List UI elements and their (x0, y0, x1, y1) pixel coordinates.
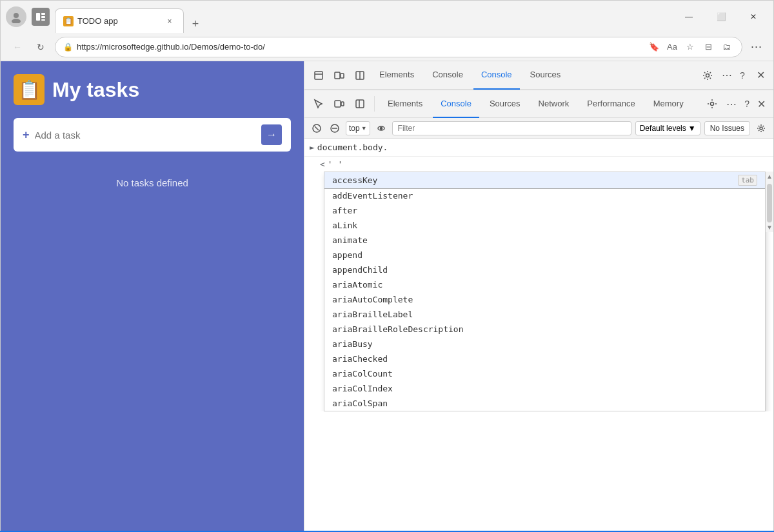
tab-elements[interactable]: Elements (372, 61, 422, 90)
console-input-text[interactable]: document.body. (317, 143, 768, 152)
autocomplete-item-label: ariaColCount (332, 369, 393, 379)
add-task-bar: + → (14, 118, 291, 152)
autocomplete-item[interactable]: ariaBrailleLabel (324, 307, 765, 322)
autocomplete-item[interactable]: aLink (324, 218, 765, 233)
add-task-input[interactable] (35, 130, 256, 141)
devtools-tab-sources[interactable]: Sources (482, 90, 528, 118)
refresh-button[interactable]: ↻ (32, 38, 50, 56)
tab-close-button[interactable]: × (164, 15, 175, 27)
no-issues-badge: No Issues (704, 121, 750, 135)
autocomplete-item-label: ariaBrailleRoleDescription (332, 324, 464, 334)
autocomplete-item[interactable]: after (324, 203, 765, 218)
autocomplete-item[interactable]: ariaColIndex (324, 381, 765, 396)
back-button[interactable]: ← (8, 38, 26, 56)
devtools-more-icon[interactable]: ⋯ (724, 98, 739, 110)
svg-rect-6 (315, 72, 322, 79)
bookmark-icon[interactable]: 🔖 (646, 39, 662, 55)
svg-rect-5 (41, 19, 45, 21)
new-tab-button[interactable]: + (186, 15, 204, 33)
inspect-element-icon[interactable] (310, 95, 328, 113)
split-view-icon[interactable]: ⊟ (700, 39, 716, 55)
devtools-tab-memory[interactable]: Memory (646, 90, 691, 118)
devtools-help-button[interactable]: ? (735, 68, 750, 83)
tabs-area: 📋 TODO app × + (55, 1, 669, 33)
devtools-help-icon[interactable]: ? (742, 99, 752, 109)
log-levels-label: Default levels (640, 124, 686, 133)
autocomplete-item[interactable]: accessKeytab (324, 172, 765, 188)
autocomplete-item[interactable]: appendChild (324, 262, 765, 277)
console-filter-input[interactable] (392, 121, 631, 135)
add-task-plus-icon: + (23, 128, 30, 142)
scrollbar-thumb[interactable] (767, 184, 772, 222)
autocomplete-item[interactable]: ariaColCount (324, 366, 765, 381)
tab-console[interactable]: Console (424, 61, 471, 90)
log-levels-dropdown[interactable]: Default levels ▼ (635, 121, 700, 135)
autocomplete-item-label: ariaColSpan (332, 399, 388, 408)
console-eye-icon[interactable] (374, 121, 388, 135)
svg-point-24 (760, 127, 762, 130)
autocomplete-item[interactable]: ariaChecked (324, 351, 765, 366)
autocomplete-item-label: ariaBrailleLabel (332, 310, 413, 319)
device-emulation-icon[interactable] (330, 95, 348, 113)
minimize-button[interactable]: — (674, 6, 704, 27)
collections-icon[interactable]: 🗂 (719, 39, 734, 55)
devtools-tab-performance[interactable]: Performance (579, 90, 642, 118)
scroll-down-arrow[interactable]: ▼ (766, 222, 773, 232)
svg-line-19 (315, 126, 319, 130)
console-filter-button[interactable] (328, 121, 342, 135)
address-text: https://microsoftedge.github.io/Demos/de… (77, 42, 642, 52)
autocomplete-item[interactable]: ariaColSpan (324, 396, 765, 411)
sidebar-icon[interactable] (32, 8, 50, 26)
autocomplete-item-label: ariaBusy (332, 339, 373, 349)
devtools-close-button[interactable]: ✕ (753, 68, 768, 83)
devtools-elements-sidebar-icon[interactable] (351, 66, 369, 84)
close-button[interactable]: ✕ (739, 6, 768, 27)
maximize-button[interactable]: ⬜ (706, 6, 736, 27)
autocomplete-item[interactable]: addEventListener (324, 188, 765, 203)
context-selector[interactable]: top ▼ (346, 121, 370, 135)
scroll-up-arrow[interactable]: ▲ (766, 172, 773, 181)
devtools-tab-network[interactable]: Network (531, 90, 577, 118)
autocomplete-item[interactable]: ariaBrailleRoleDescription (324, 322, 765, 337)
svg-point-1 (12, 19, 21, 23)
autocomplete-item[interactable]: ariaBusy (324, 337, 765, 351)
console-settings-icon[interactable] (754, 121, 768, 135)
devtools-toolbar-main: Elements Console Sources Network Perform… (304, 90, 773, 118)
svg-point-0 (14, 13, 19, 18)
devtools-toolbar: Elements Console Console Sources ⋯ ? ✕ (304, 61, 773, 90)
add-task-submit-button[interactable]: → (261, 124, 282, 145)
console-input-row: ► document.body. (304, 139, 773, 157)
devtools-close-icon[interactable]: ✕ (755, 98, 768, 110)
reader-icon[interactable]: Aa (664, 39, 680, 55)
main-content: 📋 My tasks + → No tasks defined (1, 61, 773, 531)
star-icon[interactable]: ☆ (682, 39, 698, 55)
toggle-sidebar-icon[interactable] (351, 95, 369, 113)
address-field[interactable]: 🔒 https://microsoftedge.github.io/Demos/… (55, 37, 742, 57)
autocomplete-item[interactable]: append (324, 248, 765, 262)
devtools-settings[interactable] (703, 95, 721, 113)
autocomplete-item-label: animate (332, 235, 368, 245)
devtools-tab-elements[interactable]: Elements (380, 90, 430, 118)
tab-sources[interactable]: Sources (522, 61, 569, 90)
todo-app: 📋 My tasks + → No tasks defined (1, 61, 304, 531)
active-tab[interactable]: 📋 TODO app × (55, 8, 184, 33)
devtools-settings-gear[interactable] (699, 66, 717, 84)
tab-console-label: Console (432, 70, 463, 79)
devtools-inspect-icon[interactable] (310, 66, 328, 84)
svg-rect-8 (335, 72, 340, 79)
scrollbar-track[interactable]: ▲ ▼ (766, 172, 773, 232)
address-icons: 🔖 Aa ☆ ⊟ 🗂 (646, 39, 734, 55)
more-tools-button[interactable]: ··· (748, 38, 766, 56)
todo-app-title: My tasks (52, 78, 139, 102)
autocomplete-item-label: accessKey (332, 175, 377, 185)
autocomplete-item[interactable]: ariaAutoComplete (324, 292, 765, 307)
devtools-more-button[interactable]: ⋯ (722, 69, 732, 81)
tab-console-active[interactable]: Console (473, 61, 520, 90)
autocomplete-item[interactable]: ariaAtomic (324, 277, 765, 292)
console-clear-button[interactable] (310, 121, 324, 135)
console-prompt-arrow: ► (310, 143, 315, 152)
devtools-tab-console[interactable]: Console (433, 90, 479, 118)
devtools-device-icon[interactable] (330, 66, 348, 84)
autocomplete-item[interactable]: animate (324, 233, 765, 248)
profile-icon[interactable] (6, 6, 26, 27)
